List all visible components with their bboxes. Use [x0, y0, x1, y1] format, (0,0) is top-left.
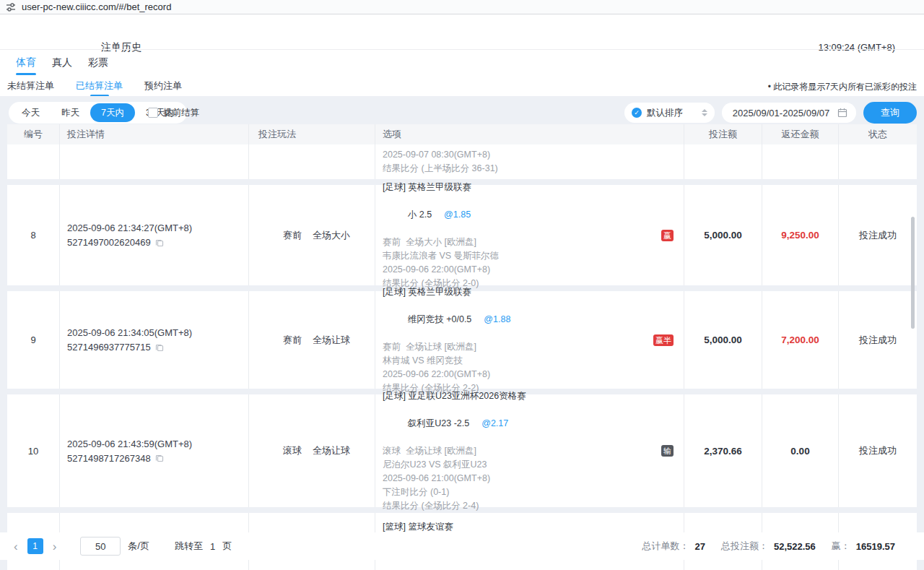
- play-phase: 滚球: [283, 444, 302, 457]
- table-row: 9 2025-09-06 21:34:05(GMT+8) 52714969377…: [7, 291, 917, 389]
- play-phase: 赛前: [283, 334, 302, 347]
- date-range-picker[interactable]: 2025/09/01-2025/09/07: [722, 103, 856, 123]
- subtab-reserved[interactable]: 预约注单: [144, 79, 182, 97]
- tab-lottery[interactable]: 彩票: [88, 56, 108, 75]
- stake-amount: 5,000.00: [704, 230, 742, 241]
- filter-today[interactable]: 今天: [11, 103, 51, 122]
- date-range-value: 2025/09/01-2025/09/07: [731, 108, 832, 118]
- result-score: 结果比分 (全场比分 2-4): [383, 499, 650, 513]
- per-page-label: 条/页: [128, 540, 149, 553]
- match-time: 2025-09-06 21:00(GMT+8): [383, 472, 650, 485]
- table-row: 8 2025-09-06 21:34:27(GMT+8) 52714970026…: [7, 185, 917, 285]
- col-header-status: 状态: [839, 124, 917, 144]
- league: [足球] 英格兰甲级联赛: [383, 285, 650, 299]
- col-header-payout: 返还金额: [762, 124, 839, 144]
- tune-icon: [6, 2, 16, 12]
- odds: @1.88: [484, 314, 510, 324]
- current-page-button[interactable]: 1: [27, 538, 43, 554]
- next-page-icon[interactable]: ›: [51, 540, 59, 553]
- address-url[interactable]: user-pc-new.ciiicc.com/#/bet_record: [22, 1, 171, 12]
- play-phase: 赛前: [283, 229, 302, 242]
- sort-caret-icon: [702, 109, 707, 116]
- sort-select[interactable]: ✓ 默认排序: [624, 103, 715, 123]
- bet-id: 5271496937775715: [67, 342, 151, 353]
- check-circle-icon: ✓: [632, 108, 642, 118]
- match-teams: 韦康比流浪者 VS 曼斯菲尔德: [383, 249, 650, 263]
- record-note: • 此记录将显示7天内所有已派彩的投注: [768, 81, 917, 93]
- subtab-unsettled[interactable]: 未结算注单: [7, 79, 54, 97]
- col-header-option: 选项: [375, 124, 684, 144]
- main-content: 今天 昨天 7天内 30天内 提前结算 ✓ 默认排序 2025/09/01-20…: [0, 96, 924, 570]
- play-market: 全场让球: [313, 444, 350, 457]
- jump-page-value[interactable]: 1: [210, 541, 215, 552]
- league: [足球] 亚足联U23亚洲杯2026资格赛: [383, 389, 650, 403]
- stake-amount: 5,000.00: [704, 334, 742, 345]
- result-score: 结果比分 (上半场比分 36-31): [383, 162, 650, 176]
- filter-yesterday[interactable]: 昨天: [51, 103, 90, 122]
- col-header-num: 编号: [7, 124, 60, 144]
- total-stake-value: 52,522.56: [774, 541, 816, 552]
- prev-page-icon[interactable]: ‹: [12, 540, 20, 553]
- pagination: ‹ 1 › 条/页 跳转至 1 页: [12, 537, 232, 556]
- pick: 叙利亚U23 -2.5: [408, 418, 469, 428]
- odds: @2.17: [481, 418, 508, 428]
- payout-amount: 7,200.00: [781, 334, 819, 345]
- page-header: 注单历史 13:09:24 (GMT+8) 体育 真人 彩票 未结算注单 已结算…: [0, 14, 924, 96]
- browser-url-bar: user-pc-new.ciiicc.com/#/bet_record: [0, 0, 924, 14]
- filter-7days[interactable]: 7天内: [90, 103, 135, 122]
- payout-amount: 0.00: [790, 446, 809, 457]
- vertical-scrollbar[interactable]: [911, 217, 915, 329]
- stake-amount: 2,370.66: [704, 446, 742, 457]
- match-teams: 尼泊尔U23 VS 叙利亚U23: [383, 458, 650, 472]
- page-size-input[interactable]: [80, 537, 121, 556]
- col-header-play: 投注玩法: [249, 124, 375, 144]
- status-text: 投注成功: [859, 229, 897, 242]
- bet-time: 2025-09-06 21:34:27(GMT+8): [67, 223, 248, 233]
- subtab-settled[interactable]: 已结算注单: [76, 79, 123, 97]
- page-unit-label: 页: [222, 540, 232, 553]
- calendar-icon: [837, 108, 847, 118]
- result-badge: 输: [661, 445, 674, 457]
- copy-icon[interactable]: [155, 238, 164, 247]
- page-title: 注单历史: [101, 41, 141, 54]
- row-number: 9: [30, 334, 35, 345]
- result-badge: 赢: [661, 230, 674, 241]
- play-market: 全场让球: [313, 334, 350, 347]
- total-count-value: 27: [694, 541, 705, 552]
- bet-time: 2025-09-06 21:34:05(GMT+8): [67, 327, 248, 338]
- market-line: 赛前 全场大小 [欧洲盘]: [383, 236, 650, 249]
- search-button[interactable]: 查询: [863, 102, 917, 124]
- category-tabs: 体育 真人 彩票: [16, 56, 108, 75]
- sort-selected-value: 默认排序: [647, 107, 697, 119]
- market-line: 滚球 全场让球 [欧洲盘]: [383, 444, 650, 458]
- filter-bar: 今天 昨天 7天内 30天内 提前结算 ✓ 默认排序 2025/09/01-20…: [0, 102, 924, 124]
- pick: 维冈竞技 +0/0.5: [408, 314, 472, 324]
- col-header-stake: 投注额: [684, 124, 762, 144]
- match-time: 2025-09-06 22:00(GMT+8): [383, 368, 650, 381]
- copy-icon[interactable]: [155, 454, 164, 462]
- totals-summary: 总计单数： 27 总投注额： 52,522.56 赢： 16519.57: [642, 540, 895, 553]
- bet-table: 编号 投注详情 投注玩法 选项 投注额 返还金额 状态 2025-09-07 0…: [7, 124, 917, 570]
- payout-amount: 9,250.00: [781, 230, 819, 241]
- tab-sports[interactable]: 体育: [16, 56, 36, 75]
- early-settle-filter: 提前结算: [148, 102, 199, 124]
- row-number: 8: [30, 230, 35, 241]
- table-header-row: 编号 投注详情 投注玩法 选项 投注额 返还金额 状态: [7, 124, 917, 144]
- market-line: 赛前 全场让球 [欧洲盘]: [383, 340, 650, 354]
- table-row-partial-top: 2025-09-07 08:30(GMT+8) 结果比分 (上半场比分 36-3…: [7, 144, 917, 179]
- settlement-subtabs: 未结算注单 已结算注单 预约注单: [7, 79, 182, 97]
- result-badge: 赢半: [653, 334, 674, 346]
- odds: @1.85: [444, 210, 471, 220]
- copy-icon[interactable]: [155, 343, 164, 352]
- play-market: 全场大小: [313, 229, 350, 242]
- footer-bar: ‹ 1 › 条/页 跳转至 1 页 总计单数： 27 总投注额： 52,522.…: [0, 532, 924, 560]
- jump-to-label: 跳转至: [175, 540, 203, 553]
- header-divider: [0, 49, 924, 50]
- bet-time: 2025-09-06 21:43:59(GMT+8): [67, 439, 248, 449]
- row-number: 10: [28, 446, 38, 457]
- early-settle-checkbox[interactable]: [148, 108, 158, 118]
- match-time: 2025-09-06 22:00(GMT+8): [383, 263, 650, 277]
- status-text: 投注成功: [859, 334, 897, 347]
- tab-live[interactable]: 真人: [52, 56, 72, 75]
- live-score: 下注时比分 (0-1): [383, 485, 650, 499]
